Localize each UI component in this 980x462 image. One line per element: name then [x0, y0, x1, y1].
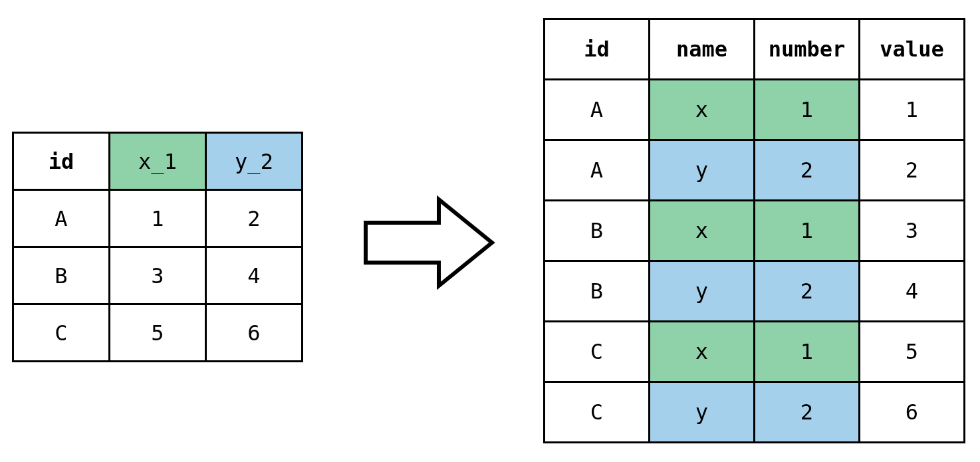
long-table: id name number value A x 1 1 A y 2 2 B x	[543, 18, 965, 443]
long-table-row: C x 1 5	[545, 322, 965, 382]
long-cell-id: B	[545, 261, 650, 322]
long-cell-number: 1	[755, 80, 860, 140]
long-cell-value: 5	[860, 322, 965, 382]
long-cell-name: y	[650, 382, 755, 443]
wide-cell-id: B	[13, 247, 110, 304]
long-col-value: value	[860, 19, 965, 80]
long-table-row: C y 2 6	[545, 382, 965, 443]
long-cell-name: x	[650, 322, 755, 382]
diagram-stage: id x_1 y_2 A 1 2 B 3 4 C 5 6	[0, 0, 980, 462]
wide-cell-x1: 1	[110, 190, 206, 247]
long-cell-value: 3	[860, 201, 965, 261]
wide-col-y2: y_2	[206, 133, 303, 190]
long-table-row: A y 2 2	[545, 140, 965, 201]
long-cell-number: 2	[755, 261, 860, 322]
wide-cell-y2: 4	[206, 247, 303, 304]
long-col-name: name	[650, 19, 755, 80]
long-table-row: B y 2 4	[545, 261, 965, 322]
wide-cell-id: A	[13, 190, 110, 247]
wide-table-header-row: id x_1 y_2	[13, 133, 303, 190]
long-cell-value: 2	[860, 140, 965, 201]
long-cell-number: 2	[755, 382, 860, 443]
long-cell-name: x	[650, 201, 755, 261]
long-cell-id: B	[545, 201, 650, 261]
right-arrow-icon	[359, 193, 499, 292]
long-cell-name: y	[650, 261, 755, 322]
long-cell-name: y	[650, 140, 755, 201]
long-cell-id: C	[545, 322, 650, 382]
long-cell-number: 1	[755, 201, 860, 261]
wide-cell-x1: 5	[110, 304, 206, 362]
wide-table-row: A 1 2	[13, 190, 303, 247]
long-cell-id: C	[545, 382, 650, 443]
long-cell-id: A	[545, 140, 650, 201]
long-cell-value: 6	[860, 382, 965, 443]
long-table-header-row: id name number value	[545, 19, 965, 80]
long-cell-id: A	[545, 80, 650, 140]
wide-cell-y2: 2	[206, 190, 303, 247]
long-col-id: id	[545, 19, 650, 80]
wide-cell-x1: 3	[110, 247, 206, 304]
long-table-row: A x 1 1	[545, 80, 965, 140]
long-table-row: B x 1 3	[545, 201, 965, 261]
long-cell-value: 1	[860, 80, 965, 140]
wide-col-x1: x_1	[110, 133, 206, 190]
wide-table: id x_1 y_2 A 1 2 B 3 4 C 5 6	[12, 132, 303, 362]
long-col-number: number	[755, 19, 860, 80]
wide-table-row: B 3 4	[13, 247, 303, 304]
wide-cell-id: C	[13, 304, 110, 362]
long-cell-number: 1	[755, 322, 860, 382]
long-cell-name: x	[650, 80, 755, 140]
wide-col-id: id	[13, 133, 110, 190]
wide-cell-y2: 6	[206, 304, 303, 362]
wide-table-row: C 5 6	[13, 304, 303, 362]
long-cell-value: 4	[860, 261, 965, 322]
long-cell-number: 2	[755, 140, 860, 201]
